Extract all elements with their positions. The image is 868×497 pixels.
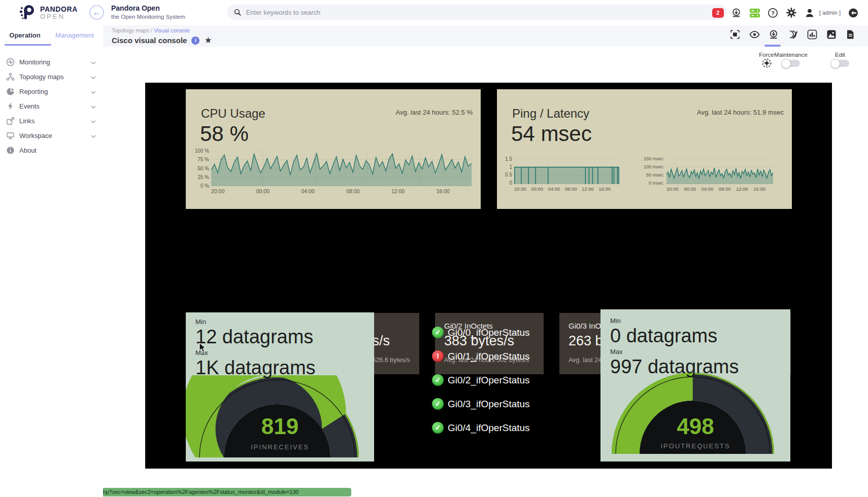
chevron-down-icon — [91, 102, 96, 111]
tab-management[interactable]: Management — [50, 25, 99, 46]
breadcrumb: Topology maps / Visual console — [112, 27, 190, 33]
status-item-gi0-0[interactable]: ✓ Gi0/0_ifOperStatus — [432, 321, 530, 344]
visual-console-canvas: CPU Usage Avg. last 24 hours: 52.5 % 58 … — [145, 83, 832, 469]
eye-view-icon[interactable] — [749, 29, 759, 40]
reporting-icon — [6, 87, 15, 96]
download-files-icon[interactable] — [731, 7, 742, 18]
chevron-down-icon — [91, 73, 96, 82]
favorite-star-icon[interactable]: ★ — [204, 37, 212, 45]
widget-avg: Avg. last 24 hours: 51.9 msec — [697, 109, 784, 116]
bar-chart-icon[interactable] — [807, 29, 817, 40]
download-console-icon[interactable] — [769, 29, 779, 40]
brand-tagline: the Open Monitoring System — [111, 14, 185, 20]
pandora-logo-icon — [18, 4, 37, 22]
active-tab-underline — [5, 44, 51, 46]
widget-avg: Avg. last 24 hours: 52.5 % — [395, 109, 473, 116]
gear-icon[interactable] — [786, 7, 797, 18]
events-icon — [6, 102, 15, 111]
maintenance-label: Maintenance — [771, 52, 811, 58]
report-document-icon[interactable] — [846, 29, 856, 40]
monitoring-icon — [6, 58, 15, 66]
topology-icon — [6, 73, 15, 81]
pandora-logo[interactable]: PANDORA OPEN — [18, 4, 78, 22]
chevron-down-icon — [91, 58, 96, 67]
ok-status-icon: ✓ — [432, 327, 444, 338]
status-item-gi0-2[interactable]: ✓ Gi0/2_ifOperStatus — [432, 368, 530, 392]
widget-value: 54 msec — [511, 122, 592, 146]
subheader: Topology maps / Visual console Cisco vis… — [103, 24, 868, 47]
svg-text:?: ? — [771, 10, 775, 16]
image-icon[interactable] — [826, 29, 837, 40]
notifications-badge[interactable]: 2 — [712, 8, 724, 18]
cpu-usage-widget[interactable]: CPU Usage Avg. last 24 hours: 52.5 % 58 … — [186, 89, 481, 209]
servers-status-icon[interactable] — [749, 7, 760, 18]
widget-title: Ping / Latency — [512, 106, 589, 121]
sidebar-item-events[interactable]: Events — [0, 99, 103, 114]
logout-icon[interactable] — [848, 7, 859, 18]
fit-screen-icon[interactable] — [730, 29, 740, 40]
about-icon — [6, 146, 15, 155]
sidebar: Operation Management Monitoring Topology… — [0, 25, 103, 497]
brand-name: Pandora Open — [111, 4, 185, 12]
logo-line2: OPEN — [40, 13, 78, 20]
console-controls: Force Maintenance Edit — [103, 47, 868, 78]
ipinreceives-gauge-widget[interactable]: Min 12 datagrams Max 1K datagrams 819 IP… — [186, 312, 374, 462]
critical-status-icon: ! — [432, 350, 444, 362]
cpu-usage-chart — [211, 151, 472, 186]
sidebar-item-monitoring[interactable]: Monitoring — [0, 55, 103, 69]
ping-latency-chart — [666, 159, 773, 184]
search-input[interactable] — [246, 9, 720, 16]
ok-status-icon: ✓ — [432, 422, 444, 434]
chevron-down-icon — [91, 131, 96, 140]
active-toolbar-underline — [764, 45, 781, 47]
maintenance-toggle[interactable] — [782, 60, 800, 67]
user-icon[interactable] — [804, 7, 815, 18]
force-button[interactable] — [762, 58, 772, 70]
search-icon — [234, 9, 242, 16]
ok-status-icon: ✓ — [432, 398, 444, 410]
ok-status-icon: ✓ — [432, 374, 444, 386]
console-toolbar — [730, 29, 856, 40]
status-item-gi0-4[interactable]: ✓ Gi0/4_ifOperStatus — [432, 416, 530, 440]
admin-label: [ admin ] — [819, 10, 841, 16]
edit-label: Edit — [829, 52, 851, 58]
status-item-gi0-3[interactable]: ✓ Gi0/3_ifOperStatus — [432, 392, 530, 416]
workspace-icon — [6, 131, 15, 140]
links-icon — [6, 117, 15, 125]
top-header: PANDORA OPEN ← Pandora Open the Open Mon… — [0, 0, 868, 25]
ipoutrequests-gauge-widget[interactable]: Min 0 datagrams Max 997 datagrams 498 IP… — [600, 309, 790, 462]
status-item-gi0-1[interactable]: ! Gi0/1_ifOperStatus — [432, 344, 530, 368]
tab-operation[interactable]: Operation — [0, 25, 50, 46]
chevron-down-icon — [91, 87, 96, 96]
setup-edit-icon[interactable] — [788, 29, 798, 40]
logo-line1: PANDORA — [40, 5, 78, 13]
global-search[interactable] — [227, 5, 727, 20]
ping-availability-chart — [514, 159, 619, 184]
widget-value: 58 % — [200, 122, 249, 146]
pandora-visual-console-app: PANDORA OPEN ← Pandora Open the Open Mon… — [0, 0, 868, 497]
chevron-down-icon — [91, 117, 96, 126]
sidebar-item-about[interactable]: About — [0, 143, 103, 158]
breadcrumb-link-visual-console[interactable]: Visual console — [154, 27, 190, 33]
ping-latency-widget[interactable]: Ping / Latency Avg. last 24 hours: 51.9 … — [497, 89, 792, 209]
page-title: Cisco visual console — [112, 36, 187, 45]
sidebar-item-topology-maps[interactable]: Topology maps — [0, 69, 103, 84]
collapse-menu-button[interactable]: ← — [89, 5, 104, 20]
widget-title: CPU Usage — [201, 106, 265, 121]
sidebar-item-workspace[interactable]: Workspace — [0, 128, 103, 143]
edit-toggle[interactable] — [831, 60, 849, 67]
sidebar-item-links[interactable]: Links — [0, 114, 103, 128]
oper-status-list: ✓ Gi0/0_ifOperStatus ! Gi0/1_ifOperStatu… — [432, 321, 530, 440]
info-icon[interactable]: i — [191, 37, 199, 45]
sidebar-item-reporting[interactable]: Reporting — [0, 84, 103, 99]
help-icon[interactable]: ? — [767, 7, 779, 18]
